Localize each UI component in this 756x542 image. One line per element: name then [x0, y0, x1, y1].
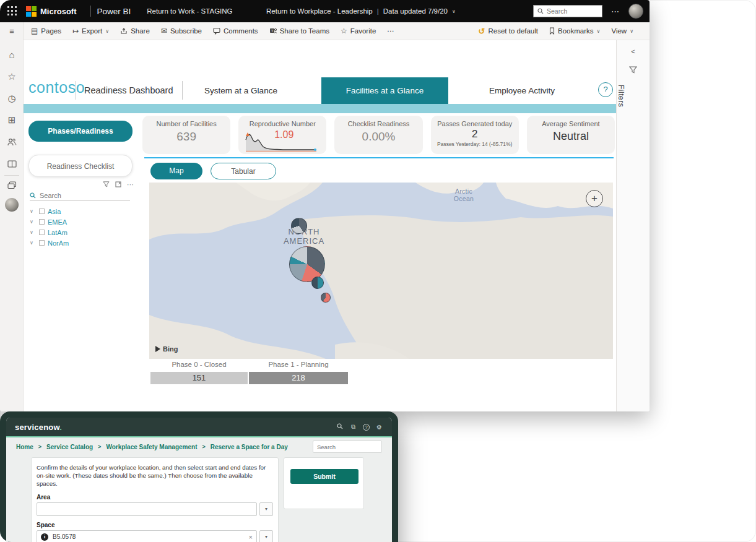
gear-icon[interactable]: ⚙ [375, 424, 383, 431]
favorites-star-icon[interactable]: ☆ [0, 71, 24, 82]
more-commands-icon[interactable]: ⋯ [387, 27, 394, 35]
tab-facilities-at-a-glance[interactable]: Facilities at a Glance [321, 77, 448, 104]
slicer-search[interactable] [30, 192, 130, 201]
kpi-number-of-facilities[interactable]: Number of Facilities 639 [142, 116, 230, 154]
collapse-pane-icon[interactable]: < [617, 48, 650, 55]
tabular-view-button[interactable]: Tabular [211, 163, 276, 179]
map-pie-marker[interactable] [291, 218, 307, 234]
tree-item-asia[interactable]: ∨Asia [30, 206, 69, 217]
info-icon[interactable]: i [41, 533, 48, 541]
workspaces-layers-icon[interactable] [0, 181, 24, 191]
pages-button[interactable]: ▤Pages [31, 27, 61, 35]
space-label: Space [37, 522, 273, 528]
workspace-name[interactable]: Return to Work - STAGING [147, 7, 232, 15]
apps-grid-icon[interactable]: ⊞ [0, 114, 24, 126]
divider [76, 81, 76, 100]
divider [90, 6, 91, 17]
search-input[interactable] [547, 7, 590, 15]
comments-button[interactable]: Comments [213, 27, 258, 35]
home-icon[interactable]: ⌂ [0, 49, 24, 60]
share-icon [120, 27, 128, 35]
user-avatar[interactable] [628, 4, 643, 19]
shared-people-icon[interactable] [0, 137, 24, 148]
submit-button[interactable]: Submit [290, 469, 358, 484]
reservation-form-card: Confirm the details of your workplace lo… [31, 457, 279, 542]
breadcrumb-reserve-space[interactable]: Reserve a Space for a Day [211, 444, 288, 450]
checkbox[interactable] [39, 240, 45, 246]
hamburger-menu-icon[interactable]: ≡ [0, 27, 24, 36]
area-dropdown-button[interactable]: ▾ [259, 502, 273, 516]
breadcrumb-workplace-safety[interactable]: Workplace Safety Management [106, 444, 197, 450]
powerbi-top-bar: Microsoft Power BI Return to Work - STAG… [0, 0, 650, 22]
favorite-star-icon: ☆ [341, 27, 347, 35]
kpi-passes-generated[interactable]: Passes Generated today 2 Passes Yesterda… [431, 116, 519, 154]
help-icon[interactable]: ? [363, 424, 370, 431]
learn-book-icon[interactable] [0, 159, 24, 170]
tree-item-noram[interactable]: ∨NorAm [30, 238, 69, 248]
clear-icon[interactable]: × [249, 533, 253, 541]
microsoft-logo-icon [26, 6, 37, 17]
filter-funnel-icon[interactable] [617, 65, 650, 76]
tree-item-latam[interactable]: ∨LatAm [30, 227, 69, 238]
kpi-checklist-readiness[interactable]: Checklist Readiness 0.00% [334, 116, 422, 154]
share-button[interactable]: Share [120, 27, 150, 35]
checkbox[interactable] [39, 230, 45, 235]
space-dropdown-button[interactable]: ▾ [259, 530, 273, 542]
tree-item-emea[interactable]: ∨EMEA [30, 217, 69, 227]
phase-1-legend[interactable]: Phase 1 - Planning 218 [249, 361, 348, 384]
chevron-down-icon[interactable]: ∨ [30, 230, 36, 235]
readiness-checklist-button[interactable]: Readiness Checklist [28, 155, 133, 177]
checkbox[interactable] [39, 219, 45, 225]
area-input[interactable] [41, 505, 253, 512]
catalog-search-box[interactable] [313, 441, 382, 453]
search-icon[interactable] [336, 423, 344, 431]
comment-icon [213, 27, 220, 35]
data-updated-label[interactable]: Data updated 7/9/20 [383, 7, 448, 15]
expand-icon[interactable] [115, 181, 121, 189]
more-options-icon[interactable]: ⋯ [606, 7, 625, 16]
favorite-button[interactable]: ☆Favorite [341, 27, 376, 35]
waffle-menu-icon[interactable] [7, 6, 17, 16]
kpi-average-sentiment[interactable]: Average Sentiment Neutral [527, 116, 615, 154]
report-canvas: contoso Readiness Dashboard System at a … [24, 40, 616, 411]
windows-icon[interactable]: ⧉ [349, 423, 357, 431]
slicer-search-input[interactable] [40, 192, 114, 199]
envelope-icon: ✉ [161, 27, 167, 35]
area-field: ▾ [37, 502, 273, 516]
tab-employee-activity[interactable]: Employee Activity [466, 77, 578, 104]
bookmarks-button[interactable]: Bookmarks∨ [549, 27, 600, 35]
more-options-icon[interactable]: ⋯ [127, 181, 134, 189]
kpi-reproductive-number[interactable]: Reproductive Number 1.09 [238, 116, 326, 154]
export-button[interactable]: ↦Export∨ [72, 27, 109, 35]
view-button[interactable]: View∨ [611, 27, 633, 35]
chevron-down-icon[interactable]: ∨ [452, 9, 456, 14]
checkbox[interactable] [39, 209, 45, 214]
top-search-box[interactable] [533, 5, 602, 17]
filters-label[interactable]: Filters [617, 85, 625, 107]
map-zoom-in-button[interactable]: + [586, 190, 603, 207]
chevron-down-icon[interactable]: ∨ [30, 209, 36, 214]
breadcrumb-service-catalog[interactable]: Service Catalog [46, 444, 93, 450]
map-pie-marker[interactable] [311, 277, 324, 289]
help-icon[interactable]: ? [598, 82, 613, 97]
phases-readiness-button[interactable]: Phases/Readiness [28, 121, 133, 142]
rail-user-avatar[interactable] [5, 198, 19, 212]
breadcrumb-home[interactable]: Home [16, 444, 33, 450]
subscribe-button[interactable]: ✉Subscribe [161, 27, 202, 35]
tab-system-at-a-glance[interactable]: System at a Glance [188, 77, 293, 104]
report-title-bar: Return to Workplace - Leadership | Data … [266, 7, 456, 15]
reset-to-default-button[interactable]: ↺Reset to default [479, 27, 538, 36]
recent-clock-icon[interactable]: ◷ [0, 93, 24, 104]
world-map[interactable]: Arctic Ocean NORTH AMERICA + Bing [149, 183, 613, 359]
catalog-search-input[interactable] [317, 444, 376, 450]
chevron-down-icon[interactable]: ∨ [30, 219, 36, 225]
map-pie-marker[interactable] [321, 293, 331, 303]
map-view-button[interactable]: Map [150, 163, 202, 179]
kpi-row: Number of Facilities 639 Reproductive Nu… [142, 116, 615, 154]
phase-0-legend[interactable]: Phase 0 - Closed 151 [150, 361, 248, 384]
filter-funnel-icon[interactable] [103, 181, 110, 189]
chevron-down-icon[interactable]: ∨ [30, 240, 36, 246]
share-to-teams-button[interactable]: TShare to Teams [269, 27, 329, 35]
space-input[interactable] [53, 533, 245, 540]
chevron-right-icon: > [98, 444, 101, 450]
